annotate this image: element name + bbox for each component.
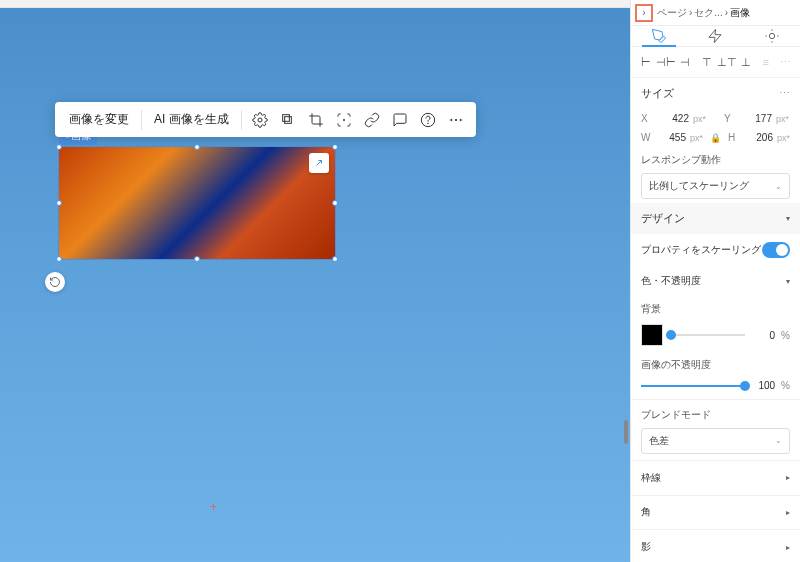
tab-interactions[interactable] — [687, 26, 743, 46]
svg-rect-2 — [282, 114, 289, 121]
align-bottom-icon[interactable]: ⊥ — [738, 53, 756, 71]
resize-handle[interactable] — [56, 256, 62, 262]
design-section-title[interactable]: デザイン▾ — [631, 203, 800, 234]
background-color-swatch[interactable] — [641, 324, 663, 346]
image-opacity-row: 100 % — [631, 374, 800, 397]
svg-rect-1 — [284, 116, 291, 123]
h-input[interactable]: 206 — [745, 132, 773, 143]
w-label: W — [641, 132, 654, 143]
y-label: Y — [724, 113, 738, 124]
floating-toolbar: 画像を変更 AI 画像を生成 — [55, 102, 476, 137]
blend-mode-dropdown[interactable]: 色差⌄ — [641, 428, 790, 454]
resize-handle[interactable] — [56, 144, 62, 150]
resize-handle[interactable] — [194, 256, 200, 262]
align-left-icon[interactable]: ⊢ — [637, 53, 655, 71]
size-section-title: サイズ⋯ — [631, 78, 800, 109]
collapse-panel-button[interactable]: › — [635, 4, 653, 22]
background-slider[interactable] — [671, 334, 745, 336]
chevron-down-icon: ▾ — [786, 277, 790, 286]
resize-handle[interactable] — [332, 200, 338, 206]
expand-icon[interactable] — [309, 153, 329, 173]
resize-handle[interactable] — [56, 200, 62, 206]
change-image-button[interactable]: 画像を変更 — [63, 107, 135, 132]
dimensions-row: W 455 px* 🔒 H 206 px* — [631, 128, 800, 147]
align-center-v-icon[interactable]: ⊥⊤ — [718, 53, 736, 71]
responsive-label: レスポンシブ動作 — [631, 147, 800, 169]
color-opacity-row[interactable]: 色・不透明度▾ — [631, 266, 800, 296]
responsive-dropdown[interactable]: 比例してスケーリング⌄ — [641, 173, 790, 199]
svg-point-10 — [769, 33, 774, 38]
blend-mode-label: ブレンドモード — [631, 402, 800, 424]
resize-handle[interactable] — [194, 144, 200, 150]
distribute-icon[interactable]: ≡ — [757, 53, 775, 71]
layers-icon[interactable] — [276, 108, 300, 132]
svg-point-5 — [427, 123, 428, 124]
breadcrumb-row: › ページ›セク...›画像 — [631, 0, 800, 26]
chevron-down-icon: ⌄ — [775, 182, 782, 191]
background-value[interactable]: 0 — [751, 330, 775, 341]
canvas-top-bar — [0, 0, 630, 8]
corner-row[interactable]: 角▸ — [631, 497, 800, 527]
h-label: H — [728, 132, 741, 143]
canvas-background[interactable] — [0, 8, 630, 562]
opacity-value[interactable]: 100 — [751, 380, 775, 391]
scale-properties-toggle[interactable] — [762, 242, 790, 258]
divider — [241, 110, 242, 130]
inspector-tabs — [631, 26, 800, 47]
shadow-row[interactable]: 影▸ — [631, 532, 800, 562]
align-row: ⊢ ⊣⊢ ⊣ ⊤ ⊥⊤ ⊥ ≡ ⋯ — [631, 47, 800, 78]
resize-handle[interactable] — [332, 144, 338, 150]
svg-marker-9 — [709, 29, 721, 42]
tab-design[interactable] — [631, 26, 687, 46]
background-label: 背景 — [631, 296, 800, 318]
resize-handle[interactable] — [332, 256, 338, 262]
crop-icon[interactable] — [304, 108, 328, 132]
scale-properties-label: プロパティをスケーリング — [641, 243, 761, 257]
align-right-icon[interactable]: ⊣ — [677, 53, 695, 71]
svg-point-6 — [450, 119, 451, 120]
opacity-slider[interactable] — [641, 385, 745, 387]
inspector-panel: › ページ›セク...›画像 ⊢ ⊣⊢ ⊣ ⊤ ⊥⊤ ⊥ ≡ ⋯ サイズ⋯ X … — [630, 0, 800, 562]
more-align-icon[interactable]: ⋯ — [777, 53, 795, 71]
rotate-icon[interactable] — [45, 272, 65, 292]
breadcrumb[interactable]: ページ›セク...›画像 — [657, 6, 794, 20]
selected-image[interactable]: ‹ 画像 — [58, 146, 336, 260]
size-more-icon[interactable]: ⋯ — [779, 87, 790, 100]
canvas-area[interactable]: 画像を変更 AI 画像を生成 ‹ 画像 + — [0, 0, 630, 562]
chevron-down-icon: ▾ — [786, 214, 790, 223]
image-opacity-label: 画像の不透明度 — [631, 352, 800, 374]
chevron-right-icon: ▸ — [786, 473, 790, 482]
chevron-down-icon: ⌄ — [775, 436, 782, 445]
svg-point-8 — [460, 119, 461, 120]
guide-marker: + — [210, 500, 217, 514]
svg-point-0 — [258, 118, 262, 122]
image-content — [59, 147, 335, 259]
lock-aspect-icon[interactable]: 🔒 — [707, 133, 724, 143]
chevron-right-icon: ▸ — [786, 543, 790, 552]
x-input[interactable]: 422 — [659, 113, 689, 124]
background-row: 0 % — [631, 318, 800, 352]
svg-point-3 — [343, 119, 344, 120]
align-center-h-icon[interactable]: ⊣⊢ — [657, 53, 675, 71]
settings-icon[interactable] — [248, 108, 272, 132]
w-input[interactable]: 455 — [658, 132, 686, 143]
x-label: X — [641, 113, 655, 124]
svg-point-7 — [455, 119, 456, 120]
align-top-icon[interactable]: ⊤ — [698, 53, 716, 71]
scale-properties-row: プロパティをスケーリング — [631, 234, 800, 266]
more-icon[interactable] — [444, 108, 468, 132]
focus-icon[interactable] — [332, 108, 356, 132]
y-input[interactable]: 177 — [742, 113, 772, 124]
help-icon[interactable] — [416, 108, 440, 132]
chevron-right-icon: ▸ — [786, 508, 790, 517]
link-icon[interactable] — [360, 108, 384, 132]
border-row[interactable]: 枠線▸ — [631, 463, 800, 493]
panel-drag-handle[interactable] — [624, 420, 628, 444]
comment-icon[interactable] — [388, 108, 412, 132]
position-row: X 422 px* Y 177 px* — [631, 109, 800, 128]
ai-generate-button[interactable]: AI 画像を生成 — [148, 107, 235, 132]
tab-inspect[interactable] — [744, 26, 800, 46]
divider — [141, 110, 142, 130]
